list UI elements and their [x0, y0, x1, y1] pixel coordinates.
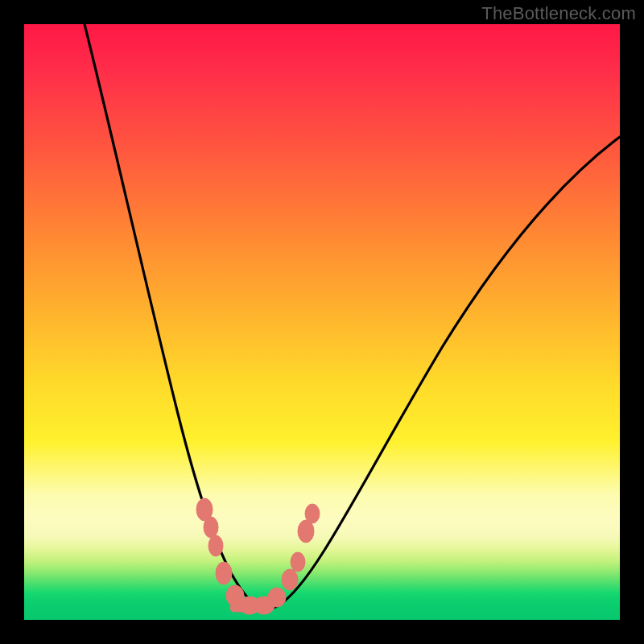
svg-point-7 [268, 588, 286, 607]
svg-point-11 [305, 504, 320, 523]
chart-plot-area [24, 24, 620, 620]
svg-point-1 [204, 517, 218, 538]
curve-path [85, 24, 620, 609]
svg-point-8 [282, 569, 298, 590]
svg-rect-12 [230, 604, 272, 612]
svg-point-9 [291, 552, 305, 572]
svg-point-2 [208, 535, 223, 556]
chart-frame: TheBottleneck.com [0, 0, 644, 644]
credit-label: TheBottleneck.com [481, 3, 636, 24]
bottleneck-curve [24, 24, 620, 620]
svg-point-3 [216, 562, 232, 584]
curve-markers [196, 498, 320, 614]
